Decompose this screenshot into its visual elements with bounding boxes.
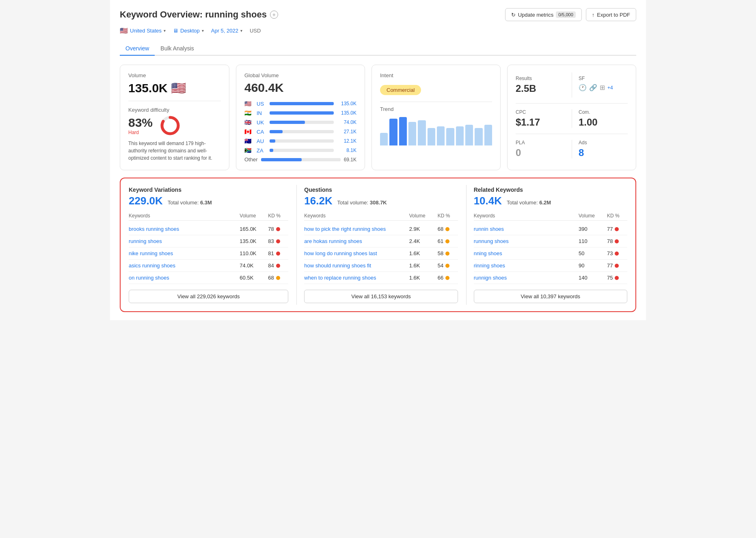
kd-dot [276,252,280,256]
keyword-link[interactable]: are hokas running shoes [304,238,409,244]
keyword-link[interactable]: nike running shoes [129,250,240,256]
keyword-link[interactable]: brooks running shoes [129,226,240,232]
clock-icon: 🕐 [579,84,587,91]
q-total: Total volume: 308.7K [337,200,387,206]
kd-dot [445,239,449,243]
tab-bulk-analysis[interactable]: Bulk Analysis [155,42,199,56]
q-summary: 16.2K Total volume: 308.7K [304,195,458,207]
keyword-link[interactable]: on running shoes [129,275,240,281]
cpc-label: CPC [516,109,572,115]
keyword-link[interactable]: rinning shoes [474,262,579,269]
kd-cell: 54 [438,262,458,269]
country-code: AU [257,138,266,144]
metrics-card: Results 2.5B SF 🕐 🔗 ⊞ +4 CPC $1.17 [507,65,636,170]
table-row: how to pick the right running shoes 2.9K… [304,223,458,235]
trend-section: Trend [380,106,492,145]
sf-label: SF [579,76,628,81]
volume-bar-fill [270,121,305,124]
country-volume: 27.1K [337,129,356,134]
kv-table-header: Keywords Volume KD % [129,211,288,221]
chevron-down-icon: ▾ [240,28,242,33]
update-metrics-button[interactable]: ↻ Update metrics 0/5,000 [505,8,582,21]
keyword-link[interactable]: nning shoes [474,250,579,256]
kd-cell: 75 [607,275,627,281]
gv-rows: 🇺🇸 US 135.0K 🇮🇳 IN 135.0K 🇬🇧 UK 74.0K 🇨🇦… [244,100,356,154]
table-row: how long do running shoes last 1.6K 58 [304,247,458,260]
kv-view-all-button[interactable]: View all 229,026 keywords [129,290,288,303]
volume-bar [270,121,334,124]
table-row: how should running shoes fit 1.6K 54 [304,260,458,272]
keyword-link[interactable]: runnin shoes [474,226,579,232]
country-volume: 8.1K [337,148,356,153]
gv-row: 🇺🇸 US 135.0K [244,100,356,107]
volume-bar-fill [270,139,275,143]
intent-badge: Commercial [380,85,421,95]
pla-cell: PLA 0 [516,140,572,158]
country-flag-icon: 🇦🇺 [244,138,253,144]
kd-cell: 68 [438,226,458,232]
tab-bar: Overview Bulk Analysis [120,42,636,56]
kd-dot [276,239,280,243]
volume-cell: 140 [579,275,607,281]
kd-cell: 58 [438,250,458,256]
kd-cell: 81 [268,250,288,256]
volume-value: 135.0K 🇺🇸 [128,81,221,95]
table-row: runnign shoes 140 75 [474,272,627,284]
rk-rows: runnin shoes 390 77 runnung shoes 110 78… [474,223,627,284]
device-filter[interactable]: 🖥 Desktop ▾ [173,28,204,34]
keyword-link[interactable]: running shoes [129,238,240,244]
kd-cell: 61 [438,238,458,244]
sf-cell: SF 🕐 🔗 ⊞ +4 [572,72,628,98]
trend-bar [380,133,388,145]
keyword-link[interactable]: how should running shoes fit [304,262,409,269]
gv-value: 460.4K [244,81,356,95]
ads-cell: Ads 8 [572,140,628,158]
volume-cell: 2.9K [409,226,438,232]
export-pdf-button[interactable]: ↑ Export to PDF [586,8,636,21]
country-flag-icon: 🇿🇦 [244,147,253,154]
trend-bar [437,126,445,145]
add-keyword-button[interactable]: + [270,11,278,19]
trend-bar [408,122,416,146]
country-filter[interactable]: 🇺🇸 United States ▾ [120,27,166,35]
volume-cell: 110 [579,238,607,244]
volume-bar-fill [270,130,283,133]
q-view-all-button[interactable]: View all 16,153 keywords [304,290,458,303]
header-actions: ↻ Update metrics 0/5,000 ↑ Export to PDF [505,8,636,21]
keyword-link[interactable]: how to pick the right running shoes [304,226,409,232]
kd-dot [445,276,449,280]
volume-bar [270,149,334,152]
rk-count: 10.4K [474,195,502,207]
volume-cell: 1.6K [409,262,438,269]
table-row: are hokas running shoes 2.4K 61 [304,235,458,247]
table-row: runnung shoes 110 78 [474,235,627,247]
rk-view-all-button[interactable]: View all 10,397 keywords [474,290,627,303]
gv-row: 🇬🇧 UK 74.0K [244,119,356,126]
gv-row: 🇨🇦 CA 27.1K [244,128,356,135]
date-filter[interactable]: Apr 5, 2022 ▾ [211,28,242,34]
volume-cell: 90 [579,262,607,269]
gv-label: Global Volume [244,72,356,78]
trend-label: Trend [380,106,492,112]
kd-label: Keyword difficulty [128,107,221,113]
volume-bar [270,111,334,115]
results-cell: Results 2.5B [516,72,572,98]
keyword-link[interactable]: how long do running shoes last [304,250,409,256]
kd-dot [276,227,280,231]
page-title: Keyword Overview: running shoes [120,9,267,20]
keyword-link[interactable]: runnung shoes [474,238,579,244]
kv-rows: brooks running shoes 165.0K 78 running s… [129,223,288,284]
intent-section: Intent Commercial [380,72,492,95]
tab-overview[interactable]: Overview [120,42,155,56]
pla-ads-row: PLA 0 Ads 8 [516,134,628,158]
trend-bar [418,120,426,145]
trend-bar [428,128,435,145]
rk-total: Total volume: 6.2M [507,200,551,206]
keyword-link[interactable]: asics running shoes [129,262,240,269]
keyword-link[interactable]: runnign shoes [474,275,579,281]
com-value: 1.00 [579,117,628,128]
q-title: Questions [304,187,458,193]
table-row: nike running shoes 110.0K 81 [129,247,288,260]
keyword-link[interactable]: when to replace running shoes [304,275,409,281]
keyword-variations-panel: Keyword Variations 229.0K Total volume: … [127,185,290,305]
